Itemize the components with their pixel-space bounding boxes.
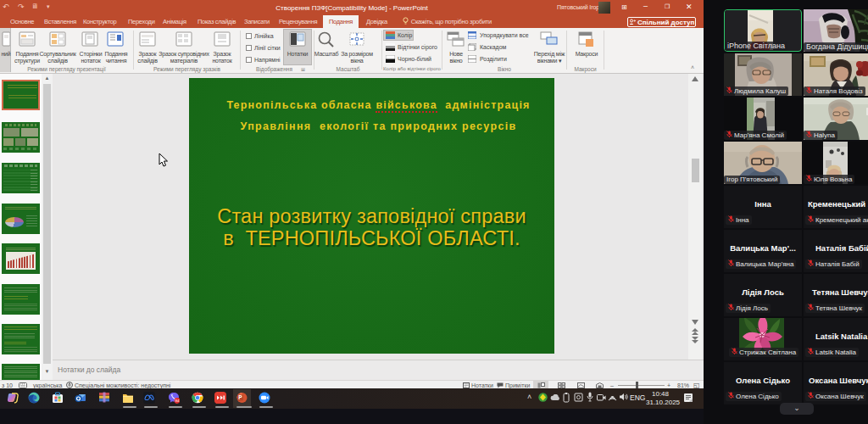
- svg-text:94: 94: [175, 399, 180, 403]
- svg-text:P: P: [238, 394, 242, 400]
